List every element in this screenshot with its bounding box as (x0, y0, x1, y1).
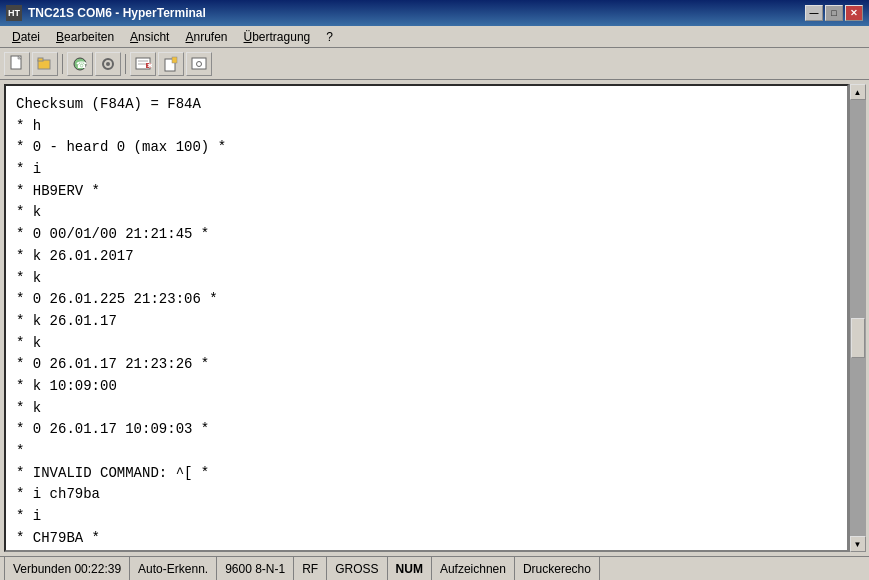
scroll-down-button[interactable]: ▼ (850, 536, 866, 552)
status-bar: Verbunden 00:22:39 Auto-Erkenn. 9600 8-N… (0, 556, 869, 580)
terminal-line: * 0 - heard 0 (max 100) * (16, 137, 837, 159)
close-button[interactable]: ✕ (845, 5, 863, 21)
new-button[interactable] (4, 52, 30, 76)
separator-2 (125, 54, 126, 74)
main-area: Checksum (F84A) = F84A* h* 0 - heard 0 (… (0, 80, 869, 556)
terminal-line: * 0 26.01.17 21:23:26 * (16, 354, 837, 376)
terminal-line: Checksum (F84A) = F84A (16, 94, 837, 116)
terminal-line: * h (16, 116, 837, 138)
terminal-line: * i ch79ba (16, 484, 837, 506)
separator-1 (62, 54, 63, 74)
terminal-line: * 0 26.01.17 10:09:03 * (16, 419, 837, 441)
terminal-line: * k (16, 268, 837, 290)
svg-text:☎: ☎ (76, 60, 87, 70)
terminal-line: * HB9ERV * (16, 181, 837, 203)
terminal-line: * 0 26.01.225 21:23:06 * (16, 289, 837, 311)
window-controls: — □ ✕ (805, 5, 863, 21)
terminal-line: * k (16, 398, 837, 420)
transfer-button[interactable] (158, 52, 184, 76)
terminal-line: * k 10:09:00 (16, 376, 837, 398)
record-status: Aufzeichnen (432, 557, 515, 580)
menu-datei[interactable]: Datei (4, 28, 48, 46)
scroll-track[interactable] (850, 100, 866, 536)
terminal-line: * i (16, 506, 837, 528)
terminal-line: * k 26.01.17 (16, 311, 837, 333)
minimize-button[interactable]: — (805, 5, 823, 21)
toolbar: ☎ ✱ (0, 48, 869, 80)
properties-button[interactable] (95, 52, 121, 76)
terminal-line: * CH79BA * (16, 528, 837, 550)
scrollbar[interactable]: ▲ ▼ (849, 84, 865, 552)
title-bar: HT TNC21S COM6 - HyperTerminal — □ ✕ (0, 0, 869, 26)
baud-rate: 9600 8-N-1 (217, 557, 294, 580)
maximize-button[interactable]: □ (825, 5, 843, 21)
terminal-line: _ (16, 549, 837, 550)
auto-detect: Auto-Erkenn. (130, 557, 217, 580)
terminal-content: Checksum (F84A) = F84A* h* 0 - heard 0 (… (6, 86, 847, 550)
menu-anrufen[interactable]: Anrufen (177, 28, 235, 46)
terminal-line: * k (16, 202, 837, 224)
menu-bearbeiten[interactable]: Bearbeiten (48, 28, 122, 46)
svg-rect-15 (192, 58, 206, 69)
capture-button[interactable]: ✱ (130, 52, 156, 76)
config-button[interactable] (186, 52, 212, 76)
disconnect-button[interactable]: ☎ (67, 52, 93, 76)
open-button[interactable] (32, 52, 58, 76)
connected-time: Verbunden 00:22:39 (4, 557, 130, 580)
scroll-up-button[interactable]: ▲ (850, 84, 866, 100)
caps-lock: GROSS (327, 557, 387, 580)
terminal-line: * i (16, 159, 837, 181)
terminal-window[interactable]: Checksum (F84A) = F84A* h* 0 - heard 0 (… (4, 84, 849, 552)
terminal-line: * 0 00/01/00 21:21:45 * (16, 224, 837, 246)
terminal-line: * INVALID COMMAND: ^[ * (16, 463, 837, 485)
window-title: TNC21S COM6 - HyperTerminal (28, 6, 206, 20)
menu-uebertragung[interactable]: Übertragung (236, 28, 319, 46)
printer-echo: Druckerecho (515, 557, 600, 580)
svg-rect-14 (172, 57, 177, 63)
menu-bar: Datei Bearbeiten Ansicht Anrufen Übertra… (0, 26, 869, 48)
num-lock: NUM (388, 557, 432, 580)
scroll-thumb[interactable] (851, 318, 865, 358)
menu-help[interactable]: ? (318, 28, 341, 46)
menu-ansicht[interactable]: Ansicht (122, 28, 177, 46)
svg-point-7 (106, 62, 110, 66)
rf-status: RF (294, 557, 327, 580)
terminal-line: * k 26.01.2017 (16, 246, 837, 268)
terminal-line: * (16, 441, 837, 463)
svg-rect-3 (38, 58, 43, 61)
terminal-line: * k (16, 333, 837, 355)
svg-text:✱: ✱ (147, 62, 152, 69)
app-icon: HT (6, 5, 22, 21)
